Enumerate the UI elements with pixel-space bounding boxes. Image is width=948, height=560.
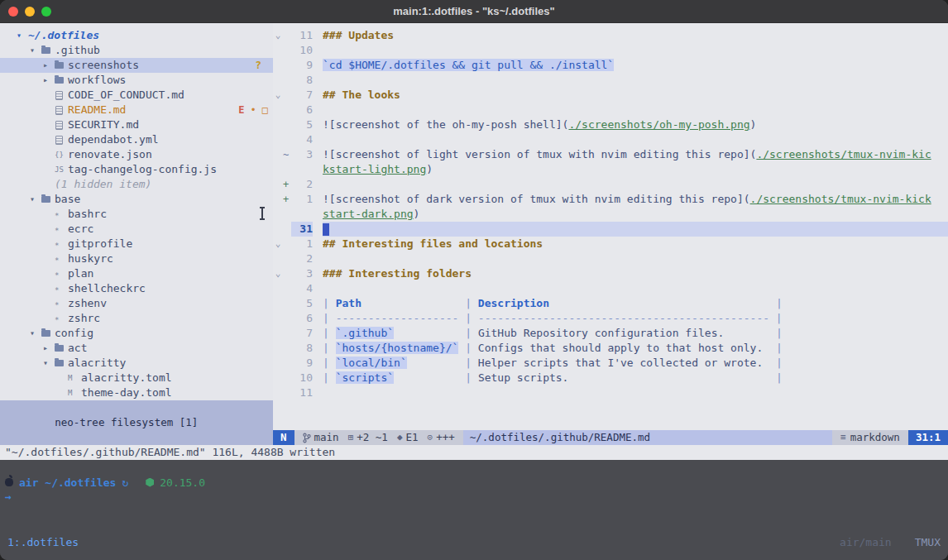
editor-line[interactable]: ⌄3### Interesting folders [273, 266, 948, 281]
shell-pane[interactable]: air ~/.dotfiles ↻ 20.15.0 → [0, 460, 948, 535]
tree-item-screenshots[interactable]: ▸screenshots? [0, 58, 273, 73]
prompt-input-line[interactable]: → [5, 491, 943, 505]
tree-item-~.dotfiles[interactable]: ▾~/.dotfiles [0, 28, 273, 43]
close-button[interactable] [8, 7, 18, 17]
tree-item-huskyrc[interactable]: ∗huskyrc [0, 251, 273, 266]
chevron-collapsed-icon[interactable]: ▸ [43, 58, 55, 73]
editor-line[interactable]: 9`cd $HOME/.dotfiles && git pull && ./in… [273, 58, 948, 73]
fold-marker-icon[interactable]: ⌄ [273, 88, 283, 103]
diagnostics-item: ◆ E1 [397, 430, 419, 445]
cursor-block [323, 223, 329, 236]
sign-column [283, 132, 291, 147]
tree-item-workflows[interactable]: ▸workflows [0, 73, 273, 88]
tree-item-gitprofile[interactable]: ∗gitprofile [0, 237, 273, 251]
editor-line[interactable]: +1![screenshot of dark version of tmux w… [273, 192, 948, 207]
tree-item-README.md[interactable]: README.mdE•□ [0, 103, 273, 117]
sign-column [283, 88, 291, 103]
editor-line[interactable]: 10 [273, 43, 948, 58]
editor-line[interactable]: 5| Path | Description | [273, 296, 948, 311]
editor-line[interactable]: kstart-light.png) [273, 162, 948, 177]
editor-line[interactable]: start-dark.png) [273, 207, 948, 222]
tree-item-CODE_OF_CONDUCT.md[interactable]: CODE_OF_CONDUCT.md [0, 88, 273, 103]
fold-column [273, 222, 283, 237]
file-js-icon: JS [55, 162, 68, 177]
git-sync-icon: ↻ [122, 476, 128, 489]
tree-item-config[interactable]: ▾config [0, 326, 273, 341]
fold-column [273, 326, 283, 341]
editor-line[interactable]: 11 [273, 385, 948, 400]
folder-icon [41, 330, 50, 337]
git-diff-item: ⊞ +2 ~1 [348, 430, 388, 445]
editor-line[interactable]: 9| `local/bin` | Helper scripts that I'v… [273, 356, 948, 371]
editor-line[interactable]: ⌄7## The looks [273, 88, 948, 103]
tree-item-tag-changelog-config.js[interactable]: JStag-changelog-config.js [0, 162, 273, 177]
editor-line[interactable]: 4 [273, 281, 948, 296]
line-text [323, 385, 948, 400]
chevron-collapsed-icon[interactable]: ▸ [43, 73, 55, 88]
editor-line[interactable]: ~3![screenshot of light version of tmux … [273, 147, 948, 162]
editor-line[interactable]: 6| ------------------- | ---------------… [273, 311, 948, 326]
editor-line[interactable]: 5![screenshot of the oh-my-posh shell](.… [273, 117, 948, 132]
line-text: start-dark.png) [323, 207, 948, 222]
tree-item-alacritty[interactable]: ▾alacritty [0, 356, 273, 371]
editor-line[interactable]: ⌄11### Updates [273, 28, 948, 43]
editor-line[interactable]: 2 [273, 251, 948, 266]
tmux-window-name[interactable]: 1:.dotfiles [7, 535, 79, 550]
modified-mark-icon: • [251, 103, 256, 117]
editor-line[interactable]: 6 [273, 103, 948, 117]
chevron-collapsed-icon[interactable]: ▸ [43, 341, 55, 356]
line-text [323, 73, 948, 88]
editor-line[interactable]: ⌄1## Interesting files and locations [273, 237, 948, 251]
shell-region: air ~/.dotfiles ↻ 20.15.0 → 1:.dotfiles … [0, 460, 948, 560]
folder-icon [55, 360, 64, 366]
sign-column [283, 73, 291, 88]
chevron-expanded-icon[interactable]: ▾ [30, 192, 41, 207]
fold-marker-icon[interactable]: ⌄ [273, 28, 283, 43]
tree-item-act[interactable]: ▸act [0, 341, 273, 356]
tree-item-1hiddenitem[interactable]: (1 hidden item) [0, 177, 273, 192]
editor-line[interactable]: 4 [273, 132, 948, 147]
tree-item-renovate.json[interactable]: {}renovate.json [0, 147, 273, 162]
tree-item-theme-day.toml[interactable]: Mtheme-day.toml [0, 385, 273, 400]
tree-item-label: alacritty [68, 356, 126, 371]
tree-item-ecrc[interactable]: ∗ecrc [0, 222, 273, 237]
chevron-expanded-icon[interactable]: ▾ [17, 28, 28, 43]
tree-item-.github[interactable]: ▾.github [0, 43, 273, 58]
chevron-expanded-icon[interactable]: ▾ [30, 43, 41, 58]
chevron-expanded-icon[interactable]: ▾ [43, 356, 55, 371]
editor-line[interactable]: 8 [273, 73, 948, 88]
line-number [291, 162, 313, 177]
fold-marker-icon[interactable]: ⌄ [273, 266, 283, 281]
tree-item-bashrc[interactable]: ∗bashrc [0, 207, 273, 222]
editor-line[interactable]: +2 [273, 177, 948, 192]
tmux-status-bar: 1:.dotfiles air/main TMUX [0, 535, 948, 560]
editor-line[interactable]: 7| `.github` | GitHub Repository configu… [273, 326, 948, 341]
tree-item-plan[interactable]: ∗plan [0, 266, 273, 281]
tree-item-dependabot.yml[interactable]: dependabot.yml [0, 132, 273, 147]
line-number: 11 [291, 385, 313, 400]
tree-item-zshenv[interactable]: ∗zshenv [0, 296, 273, 311]
editor-line[interactable]: 10| `scripts` | Setup scripts. | [273, 371, 948, 385]
chevron-expanded-icon[interactable]: ▾ [30, 326, 41, 341]
shell-prompt: air ~/.dotfiles ↻ 20.15.0 [5, 475, 943, 490]
sign-column [283, 371, 291, 385]
editor-line-current[interactable]: 31 [273, 222, 948, 237]
file-shell-icon: ∗ [55, 281, 68, 296]
minimize-button[interactable] [25, 7, 35, 17]
editor-line[interactable]: 8| `hosts/{hostname}/` | Configs that sh… [273, 341, 948, 356]
window-title: main:1:.dotfiles - "ks~/.dotfiles" [0, 5, 948, 17]
tree-item-base[interactable]: ▾base [0, 192, 273, 207]
fold-marker-icon[interactable]: ⌄ [273, 237, 283, 251]
tree-item-SECURITY.md[interactable]: SECURITY.md [0, 117, 273, 132]
filetype-segment: ≡ markdown [832, 430, 908, 445]
line-number: 6 [291, 103, 313, 117]
markdown-icon: ≡ [840, 430, 846, 445]
tree-item-shellcheckrc[interactable]: ∗shellcheckrc [0, 281, 273, 296]
tree-item-alacritty.toml[interactable]: Malacritty.toml [0, 371, 273, 385]
file-shell-icon: ∗ [55, 266, 68, 281]
line-text: ## Interesting files and locations [323, 237, 948, 251]
tree-item-label: bashrc [68, 207, 107, 222]
neo-tree-status-text: neo-tree filesystem [1] [55, 416, 198, 428]
fullscreen-button[interactable] [41, 7, 51, 17]
tree-item-zshrc[interactable]: ∗zshrc [0, 311, 273, 326]
